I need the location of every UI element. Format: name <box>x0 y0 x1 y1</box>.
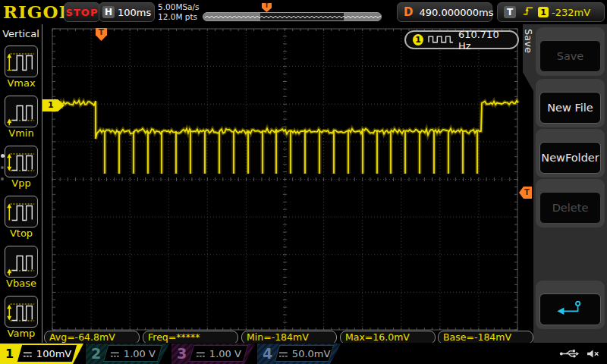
channel2-indicator[interactable]: 2 1.00 V <box>86 344 169 364</box>
menu-item-label: Vtop <box>0 228 42 239</box>
trigger-source-badge: 1 <box>538 7 549 17</box>
softkey-slot: Delete <box>536 179 605 228</box>
run-status-label: STOP <box>66 7 99 18</box>
menu-item-vbase[interactable]: Vbase <box>0 246 42 289</box>
channel4-number: 4 <box>263 344 272 364</box>
trigger-level-value: -232mV <box>552 7 590 18</box>
trigger-display: T 1 -232mV <box>497 2 605 22</box>
timebase-value: 100ms <box>118 7 151 18</box>
menu-item-label: Vpp <box>0 177 42 189</box>
status-icons <box>559 347 599 362</box>
square-wave-icon <box>428 33 454 47</box>
measure-menu: Vertical Vmax Vmin Vpp Vtop Vbase Vamp <box>0 24 42 343</box>
timebase-h-label: H <box>102 6 115 18</box>
freq-counter-channel-badge: 1 <box>413 34 423 46</box>
channel3-indicator[interactable]: 3 1.00 V <box>171 344 255 364</box>
save-button[interactable]: Save <box>539 40 601 72</box>
freq-counter-value: 610.710 Hz <box>458 29 511 52</box>
channel2-scale-box: 1.00 V <box>103 345 162 362</box>
top-bar: RIGOL STOP H 100ms 5.00MSa/s 12.0M pts T… <box>0 0 607 24</box>
vamp-icon <box>5 296 38 328</box>
channel1-number: 1 <box>5 344 14 364</box>
vmax-icon <box>5 46 38 77</box>
menu-item-label: Vmin <box>0 127 42 139</box>
channel2-number: 2 <box>91 344 101 364</box>
memory-waveform-bar <box>203 12 382 21</box>
channel3-number: 3 <box>177 344 187 364</box>
delay-value: 490.000000ms <box>419 7 493 18</box>
channel4-indicator[interactable]: 4 50.0mV <box>257 344 341 364</box>
softkey-slot: NewFolder <box>536 129 605 177</box>
softkey-menu-panel: Save New File NewFolder Delete <box>533 24 607 345</box>
channel1-indicator[interactable]: 1 100mV <box>0 344 83 364</box>
vbase-icon <box>5 246 38 278</box>
channel3-scale-box: 1.00 V <box>189 345 248 362</box>
scope-display: 1 T T 1 610.710 Hz Avg=-64.8mV Freq=****… <box>42 24 533 345</box>
back-button[interactable] <box>539 293 601 325</box>
channel1-scale: 100mV <box>36 348 71 359</box>
new-folder-button[interactable]: NewFolder <box>539 142 601 174</box>
menu-item-vamp[interactable]: Vamp <box>0 296 42 339</box>
menu-title: Vertical <box>0 28 42 39</box>
memory-waveform-squiggle <box>203 13 382 21</box>
menu-tab-label: Save <box>523 29 534 53</box>
channel2-scale: 1.00 V <box>124 348 156 359</box>
return-arrow-icon <box>554 299 587 320</box>
timebase-display: H 100ms <box>99 2 155 22</box>
rising-edge-icon <box>522 5 535 20</box>
sample-rate: 5.00MSa/s <box>158 2 200 12</box>
dc-coupling-icon <box>110 347 120 361</box>
menu-item-vpp[interactable]: Vpp <box>0 146 42 189</box>
waveform-plot <box>42 24 533 345</box>
rigol-logo: RIGOL <box>3 2 72 22</box>
channel1-scale-box: 100mV <box>17 345 77 362</box>
menu-item-vmax[interactable]: Vmax <box>0 46 42 89</box>
menu-item-vmin[interactable]: Vmin <box>0 96 42 139</box>
new-file-button[interactable]: New File <box>539 92 601 124</box>
menu-item-label: Vmax <box>0 77 42 89</box>
hardware-frequency-counter: 1 610.710 Hz <box>404 30 519 49</box>
dc-coupling-icon <box>196 347 206 361</box>
delay-display: D 490.000000ms <box>397 2 492 22</box>
vpp-icon <box>5 146 38 177</box>
menu-item-vtop[interactable]: Vtop <box>0 196 42 239</box>
memory-depth: 12.0M pts <box>158 12 200 22</box>
channel3-scale: 1.00 V <box>209 348 241 359</box>
dc-coupling-icon <box>278 347 288 361</box>
softkey-slot <box>536 281 605 329</box>
menu-item-label: Vamp <box>0 328 42 339</box>
speaker-muted-icon <box>587 347 599 362</box>
channel4-scale: 50.0mV <box>292 348 331 359</box>
trigger-t-label: T <box>504 6 516 18</box>
channel-status-bar: 1 100mV 2 1.00 V 3 1.00 V 4 50.0mV <box>0 343 607 364</box>
delay-d-label: D <box>404 5 413 19</box>
memory-trigger-position-marker[interactable]: T <box>262 3 272 12</box>
channel4-scale-box: 50.0mV <box>275 345 334 362</box>
acquisition-info: 5.00MSa/s 12.0M pts <box>158 2 200 22</box>
usb-icon <box>559 347 580 362</box>
softkey-slot: Save <box>536 27 605 76</box>
delete-button[interactable]: Delete <box>539 192 601 224</box>
softkey-slot: New File <box>536 79 605 127</box>
dc-coupling-icon <box>23 347 33 361</box>
run-status-indicator: STOP <box>64 2 100 22</box>
vmin-icon <box>5 96 38 127</box>
vtop-icon <box>5 196 38 228</box>
menu-item-label: Vbase <box>0 278 42 289</box>
